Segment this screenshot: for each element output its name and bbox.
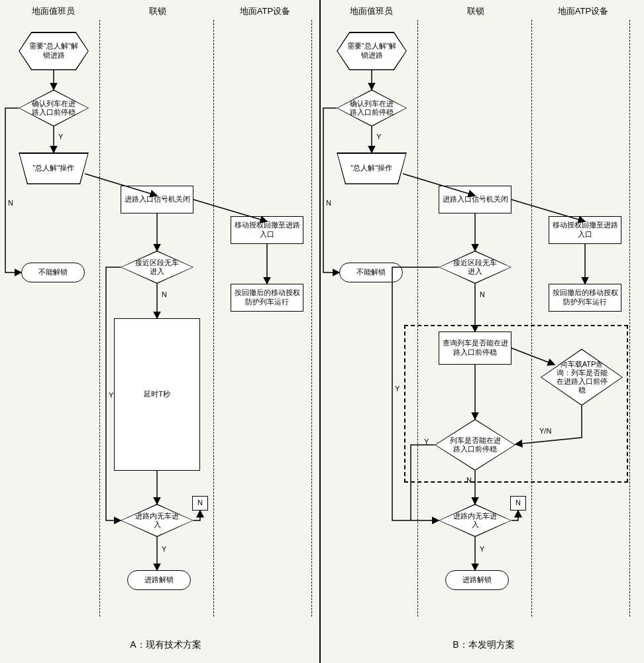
n-box-a: N bbox=[192, 496, 208, 511]
n-label: N bbox=[480, 290, 485, 298]
lane-b2-header: 联锁 bbox=[449, 5, 502, 17]
approach-clear-b: 接近区段无车进入 bbox=[439, 251, 511, 284]
yn-label: Y/N bbox=[539, 427, 551, 435]
route-clear-b: 进路内无车进入 bbox=[439, 504, 511, 537]
ma-protect-a: 按回撤后的移动授权防护列车运行 bbox=[231, 284, 303, 312]
cannot-unlock-a: 不能解锁 bbox=[21, 263, 85, 282]
lane-divider bbox=[629, 20, 630, 617]
can-stop-decision-b: 列车是否能在进路入口前停稳 bbox=[435, 419, 515, 471]
signal-close-b: 进路入口信号机关闭 bbox=[439, 186, 511, 213]
y-label: Y bbox=[376, 133, 381, 141]
approach-clear-a: 接近区段无车进入 bbox=[121, 251, 193, 284]
n-label: N bbox=[466, 476, 472, 484]
caption-b: B：本发明方案 bbox=[424, 639, 543, 651]
y-label: Y bbox=[109, 391, 113, 399]
y-label: Y bbox=[424, 438, 429, 446]
query-can-stop-b: 查询列车是否能在进路入口前停稳 bbox=[439, 332, 511, 365]
lane-divider bbox=[417, 20, 418, 617]
ma-protect-b: 按回撤后的移动授权防护列车运行 bbox=[549, 284, 621, 312]
cannot-unlock-b: 不能解锁 bbox=[339, 263, 403, 282]
panel-divider bbox=[319, 0, 321, 663]
start-node-a: 需要"总人解"解锁进路 bbox=[19, 32, 89, 70]
route-unlock-a: 进路解锁 bbox=[127, 570, 191, 590]
n-box-b: N bbox=[510, 496, 526, 511]
n-label: N bbox=[326, 199, 331, 207]
lane-b3-header: 地面ATP设备 bbox=[543, 5, 623, 17]
diagram-canvas: 地面值班员 联锁 地面ATP设备 地面值班员 联锁 地面ATP设备 需要"总人解… bbox=[0, 0, 644, 663]
n-label: N bbox=[162, 290, 167, 298]
confirm-stopped-a: 确认列车在进路入口前停稳 bbox=[19, 90, 89, 127]
lane-a2-header: 联锁 bbox=[131, 5, 184, 17]
y-label: Y bbox=[480, 545, 484, 553]
route-unlock-b: 进路解锁 bbox=[445, 570, 509, 590]
n-label: N bbox=[8, 199, 13, 207]
route-clear-a: 进路内无车进入 bbox=[121, 504, 193, 537]
y-label: Y bbox=[58, 133, 63, 141]
signal-close-a: 进路入口信号机关闭 bbox=[121, 186, 193, 213]
lane-divider bbox=[531, 20, 532, 617]
ma-retract-a: 移动授权回撤至进路入口 bbox=[231, 216, 303, 244]
confirm-stopped-b: 确认列车在进路入口前停稳 bbox=[337, 90, 407, 127]
start-node-b: 需要"总人解"解锁进路 bbox=[337, 32, 407, 70]
caption-a: A：现有技术方案 bbox=[106, 639, 225, 651]
lane-a3-header: 地面ATP设备 bbox=[225, 5, 305, 17]
delay-t-a: 延时T秒 bbox=[114, 318, 200, 471]
lane-b1-header: 地面值班员 bbox=[338, 5, 404, 17]
lane-divider bbox=[99, 20, 100, 617]
y-label: Y bbox=[162, 545, 166, 553]
op-total-release-a: "总人解"操作 bbox=[19, 152, 89, 184]
ma-retract-b: 移动授权回撤至进路入口 bbox=[549, 216, 621, 244]
lane-divider bbox=[311, 20, 312, 617]
ask-onboard-atp-b: 向车载ATP查询：列车是否能在进路入口前停稳 bbox=[541, 349, 623, 406]
lane-a1-header: 地面值班员 bbox=[20, 5, 86, 17]
y-label: Y bbox=[395, 385, 400, 392]
op-total-release-b: "总人解"操作 bbox=[337, 152, 407, 184]
lane-divider bbox=[213, 20, 214, 617]
